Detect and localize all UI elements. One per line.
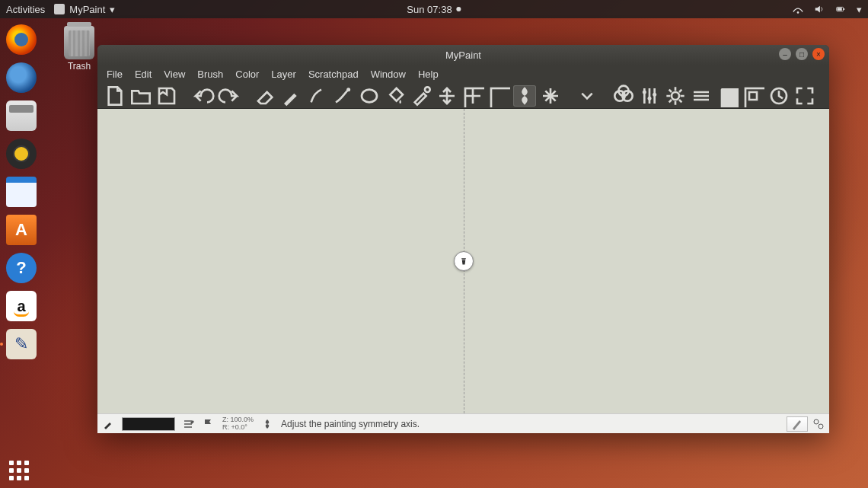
menu-help[interactable]: Help — [413, 67, 443, 81]
color-wheel-button[interactable] — [612, 85, 635, 107]
trash-label: Trash — [68, 61, 91, 72]
writer-icon — [6, 177, 37, 207]
frame-icon — [487, 85, 510, 107]
statusbar: Z: 100.0% R: +0.0° Adjust the painting s… — [97, 413, 829, 433]
picker-icon — [410, 85, 432, 107]
reset-view-icon — [767, 85, 790, 107]
mypaint-icon — [6, 329, 37, 359]
scratchpad-button[interactable] — [716, 85, 739, 107]
symmetry-button[interactable] — [513, 85, 536, 107]
trash-icon — [64, 26, 94, 59]
menu-layer[interactable]: Layer — [266, 67, 301, 81]
new-file-button[interactable] — [104, 85, 126, 107]
svg-rect-3 — [838, 8, 842, 11]
menu-color[interactable]: Color — [231, 67, 263, 81]
symmetry-handle[interactable] — [454, 251, 474, 271]
canvas[interactable] — [97, 109, 829, 413]
menu-window[interactable]: Window — [366, 67, 410, 81]
minimize-button[interactable]: – — [779, 48, 791, 60]
new-file-icon — [104, 85, 126, 107]
volume-icon[interactable] — [814, 4, 825, 14]
menu-file[interactable]: File — [102, 67, 127, 81]
software-icon — [6, 215, 37, 245]
open-file-button[interactable] — [129, 85, 152, 107]
firefox-icon — [6, 24, 37, 55]
battery-icon[interactable] — [835, 4, 846, 14]
launcher-dock: ? a — [0, 18, 43, 488]
lines-button[interactable] — [332, 85, 355, 107]
frame-edit-button[interactable] — [461, 85, 484, 107]
lines-icon — [332, 85, 355, 107]
dock-help[interactable]: ? — [5, 251, 38, 285]
toolbar — [97, 83, 829, 109]
flag-status-icon[interactable] — [203, 418, 215, 430]
dock-amazon[interactable]: a — [5, 289, 38, 323]
status-hint: Adjust the painting symmetry axis. — [281, 419, 420, 429]
notification-dot-icon — [457, 7, 461, 11]
dock-firefox[interactable] — [5, 23, 38, 56]
color-swatch[interactable] — [122, 417, 175, 431]
layers-button[interactable] — [690, 85, 713, 107]
ellipse-button[interactable] — [358, 85, 381, 107]
close-button[interactable]: × — [812, 48, 825, 60]
sliders-button[interactable] — [638, 85, 661, 107]
symmetry-status-icon — [261, 418, 273, 430]
svg-point-4 — [814, 419, 819, 424]
eraser-icon — [254, 85, 277, 107]
settings-status-icon[interactable] — [812, 418, 825, 430]
eraser-button[interactable] — [254, 85, 277, 107]
menu-view[interactable]: View — [159, 67, 190, 81]
desktop-trash[interactable]: Trash — [64, 26, 94, 72]
fullscreen-button[interactable] — [793, 85, 816, 107]
brush-preview[interactable] — [787, 416, 808, 432]
undo-button[interactable] — [192, 85, 215, 107]
undo-icon — [192, 85, 215, 107]
dock-mypaint[interactable] — [5, 327, 38, 361]
reposition-button[interactable] — [436, 85, 458, 107]
show-applications-button[interactable] — [9, 461, 29, 480]
menu-brush[interactable]: Brush — [193, 67, 228, 81]
clock-label: Sun 07:38 — [407, 4, 452, 15]
picker-button[interactable] — [410, 85, 432, 107]
fit-icon — [742, 85, 764, 107]
system-menu-chevron-icon[interactable]: ▾ — [857, 4, 862, 15]
mypaint-window: MyPaint – □ × File Edit View Brush Color… — [97, 45, 829, 433]
ellipse-icon — [358, 85, 381, 107]
dropdown-button[interactable] — [576, 85, 598, 107]
brush-status-icon[interactable] — [102, 418, 114, 430]
maximize-button[interactable]: □ — [796, 48, 808, 60]
fit-button[interactable] — [742, 85, 764, 107]
reset-view-button[interactable] — [767, 85, 790, 107]
redo-button[interactable] — [218, 85, 241, 107]
gear-button[interactable] — [664, 85, 687, 107]
save-file-button[interactable] — [155, 85, 178, 107]
fill-icon — [384, 85, 407, 107]
dock-thunderbird[interactable] — [5, 61, 38, 94]
titlebar[interactable]: MyPaint – □ × — [97, 45, 829, 65]
sliders-icon — [638, 85, 661, 107]
layers-icon — [690, 85, 713, 107]
menu-scratchpad[interactable]: Scratchpad — [304, 67, 363, 81]
brush-button[interactable] — [280, 85, 303, 107]
mypaint-mini-icon — [54, 4, 65, 14]
pan-button[interactable] — [539, 85, 562, 107]
svg-point-5 — [819, 424, 823, 429]
ink-button[interactable] — [306, 85, 329, 107]
app-menu[interactable]: MyPaint ▾ — [54, 4, 115, 15]
dock-files[interactable] — [5, 99, 38, 132]
symmetry-icon — [513, 85, 536, 107]
menu-edit[interactable]: Edit — [130, 67, 156, 81]
frame-edit-icon — [461, 85, 484, 107]
frame-button[interactable] — [487, 85, 510, 107]
dock-software[interactable] — [5, 213, 38, 247]
gear-icon — [664, 85, 687, 107]
fill-button[interactable] — [384, 85, 407, 107]
activities-button[interactable]: Activities — [6, 4, 45, 15]
dock-writer[interactable] — [5, 175, 38, 209]
network-icon[interactable] — [793, 4, 803, 14]
svg-rect-2 — [844, 8, 845, 10]
dock-rhythmbox[interactable] — [5, 137, 38, 171]
edit-status-icon[interactable] — [183, 418, 195, 430]
clock[interactable]: Sun 07:38 — [407, 4, 461, 15]
gnome-topbar: Activities MyPaint ▾ Sun 07:38 ▾ — [0, 0, 868, 18]
